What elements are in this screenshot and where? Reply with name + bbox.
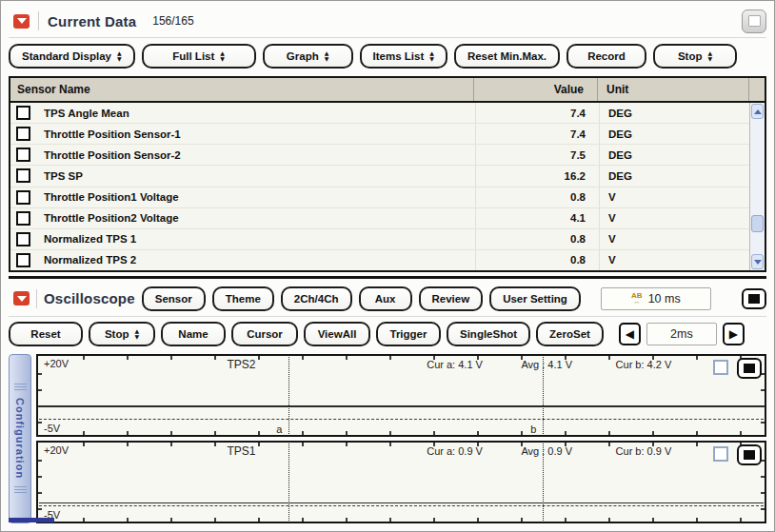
row-checkbox[interactable] bbox=[16, 190, 30, 205]
timebase-step-display: 2ms bbox=[646, 323, 717, 345]
chevron-down-icon bbox=[754, 260, 762, 265]
scroll-down-button[interactable] bbox=[751, 254, 764, 269]
sensor-value: 7.5 bbox=[475, 145, 599, 165]
table-row[interactable]: TPS SP 16.2 DEG bbox=[10, 166, 749, 187]
grip-icon bbox=[14, 486, 27, 494]
chevron-up-icon bbox=[754, 109, 762, 114]
avg-readout: Avg : 4.1 V bbox=[521, 359, 572, 370]
scope-stop-dropdown[interactable]: Stop ▲▼ bbox=[89, 322, 155, 346]
signal-trace bbox=[39, 502, 764, 503]
reset-button[interactable]: Reset bbox=[9, 322, 83, 346]
scroll-up-button[interactable] bbox=[751, 104, 764, 119]
cursor-b-readout: Cur b: 0.9 V bbox=[616, 445, 672, 457]
table-row[interactable]: Throttle Position Sensor-2 7.5 DEG bbox=[10, 145, 749, 166]
oscilloscope-toolbar: Reset Stop ▲▼ Name Cursor ViewAll Trigge… bbox=[1, 317, 774, 351]
stop-dropdown[interactable]: Stop ▲▼ bbox=[653, 44, 737, 69]
viewall-button[interactable]: ViewAll bbox=[304, 322, 370, 346]
reset-minmax-button[interactable]: Reset Min.Max. bbox=[454, 44, 560, 69]
sensor-table-body: TPS Angle Mean 7.4 DEG Throttle Position… bbox=[10, 103, 765, 270]
sensor-value: 4.1 bbox=[475, 208, 599, 228]
full-list-dropdown[interactable]: Full List ▲▼ bbox=[142, 44, 256, 69]
sensor-name: TPS Angle Mean bbox=[37, 108, 475, 119]
tab-footer-bar bbox=[9, 518, 54, 522]
signal-trace bbox=[39, 405, 764, 407]
standard-display-dropdown[interactable]: Standard Display ▲▼ bbox=[9, 44, 135, 69]
table-row[interactable]: TPS Angle Mean 7.4 DEG bbox=[10, 103, 749, 124]
sensor-name: Throttle Position Sensor-2 bbox=[37, 149, 475, 161]
oscilloscope-title: Oscilloscope bbox=[44, 290, 135, 306]
singleshot-button[interactable]: SingleShot bbox=[447, 322, 530, 346]
configuration-tab[interactable]: Configuration bbox=[9, 354, 31, 523]
graph-dropdown[interactable]: Graph ▲▼ bbox=[263, 44, 353, 69]
spin-arrows-icon: ▲▼ bbox=[220, 50, 225, 61]
scrollbar-thumb[interactable] bbox=[751, 215, 764, 232]
scope-channels: +20V -5V TPS2 Cur a: 4.1 V Avg : 4.1 V C… bbox=[36, 354, 766, 523]
scale-max-label: +20V bbox=[44, 358, 69, 369]
item-counter: 156/165 bbox=[152, 14, 193, 28]
spin-arrows-icon: ▲▼ bbox=[707, 50, 712, 61]
sensor-value: 7.4 bbox=[475, 124, 599, 144]
sensor-unit: DEG bbox=[599, 124, 749, 144]
window-restore-button[interactable] bbox=[742, 10, 766, 33]
sensor-unit: DEG bbox=[599, 145, 749, 165]
review-button[interactable]: Review bbox=[419, 286, 484, 311]
scale-max-label: +20V bbox=[44, 444, 69, 456]
scope-window-button[interactable] bbox=[742, 288, 766, 309]
cursor-a-line[interactable] bbox=[288, 357, 289, 434]
sensor-unit: DEG bbox=[599, 166, 749, 186]
sensor-value: 0.8 bbox=[475, 229, 599, 249]
channel-window-button[interactable] bbox=[737, 444, 762, 465]
sensor-button[interactable]: Sensor bbox=[142, 286, 206, 311]
theme-button[interactable]: Theme bbox=[212, 286, 274, 311]
cursor-button[interactable]: Cursor bbox=[231, 322, 298, 346]
aux-button[interactable]: Aux bbox=[359, 286, 412, 311]
zero-volt-line bbox=[39, 505, 764, 506]
timebase-prev-button[interactable]: ◀ bbox=[619, 323, 641, 345]
row-checkbox[interactable] bbox=[16, 106, 30, 120]
zeroset-button[interactable]: ZeroSet bbox=[536, 322, 604, 346]
items-list-dropdown[interactable]: Items List ▲▼ bbox=[360, 44, 447, 69]
spin-arrows-icon: ▲▼ bbox=[325, 50, 329, 61]
timebase-next-button[interactable]: ▶ bbox=[723, 323, 745, 345]
table-row[interactable]: Throttle Position Sensor-1 7.4 DEG bbox=[10, 124, 749, 145]
sensor-unit: V bbox=[599, 187, 749, 207]
channel-mode-button[interactable]: 2Ch/4Ch bbox=[281, 286, 352, 311]
cursor-a-line[interactable] bbox=[288, 443, 289, 521]
user-setting-button[interactable]: User Setting bbox=[489, 286, 581, 311]
panel-collapse-icon[interactable] bbox=[13, 14, 30, 29]
cursor-a-readout: Cur a: 0.9 V bbox=[427, 445, 483, 457]
scroll-corner bbox=[748, 78, 765, 101]
channel-checkbox[interactable] bbox=[713, 446, 728, 462]
row-checkbox[interactable] bbox=[16, 232, 30, 246]
axis-ticks-bottom bbox=[41, 431, 762, 435]
row-checkbox[interactable] bbox=[16, 127, 30, 141]
vertical-scrollbar[interactable] bbox=[749, 103, 765, 270]
channel-checkbox[interactable] bbox=[713, 360, 728, 375]
table-row[interactable]: Normalized TPS 2 0.8 V bbox=[10, 250, 749, 270]
record-button[interactable]: Record bbox=[566, 44, 646, 69]
table-row[interactable]: Throttle Position1 Voltage 0.8 V bbox=[10, 187, 749, 208]
table-row[interactable]: Normalized TPS 1 0.8 V bbox=[10, 229, 749, 250]
timebase-value: 10 ms bbox=[648, 292, 681, 305]
sensor-name: Throttle Position2 Voltage bbox=[37, 212, 475, 224]
grip-icon bbox=[14, 384, 27, 391]
channel-name-label: TPS2 bbox=[227, 358, 255, 371]
spin-arrows-icon: ▲▼ bbox=[117, 50, 122, 61]
scope-channel-tps1: +20V -5V TPS1 Cur a: 0.9 V Avg : 0.9 V C… bbox=[36, 441, 766, 523]
row-checkbox[interactable] bbox=[16, 168, 30, 183]
axis-ticks-bottom bbox=[41, 518, 762, 522]
scope-channel-tps2: +20V -5V TPS2 Cur a: 4.1 V Avg : 4.1 V C… bbox=[36, 354, 766, 437]
sensor-name: Normalized TPS 2 bbox=[37, 254, 475, 266]
current-data-toolbar: Standard Display ▲▼ Full List ▲▼ Graph ▲… bbox=[1, 38, 774, 74]
panel-collapse-icon[interactable] bbox=[13, 291, 30, 305]
channel-window-button[interactable] bbox=[737, 358, 762, 379]
row-checkbox[interactable] bbox=[16, 253, 30, 267]
row-checkbox[interactable] bbox=[16, 148, 30, 162]
table-row[interactable]: Throttle Position2 Voltage 4.1 V bbox=[10, 208, 749, 229]
axis-ticks-left bbox=[38, 359, 42, 432]
name-button[interactable]: Name bbox=[161, 322, 226, 346]
row-checkbox[interactable] bbox=[16, 211, 30, 226]
column-header-sensor-name: Sensor Name bbox=[10, 78, 474, 101]
triangle-left-icon: ◀ bbox=[626, 327, 634, 341]
trigger-button[interactable]: Trigger bbox=[376, 322, 441, 346]
